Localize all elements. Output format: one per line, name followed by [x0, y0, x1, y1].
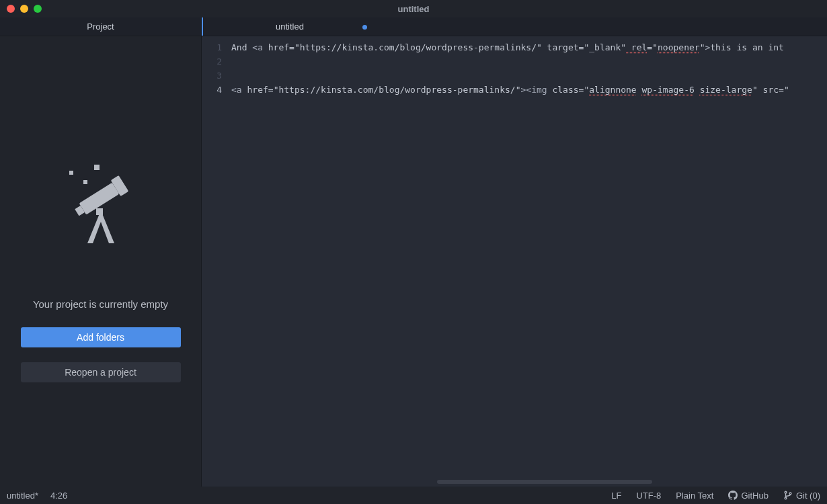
status-encoding[interactable]: UTF-8 [636, 491, 661, 501]
status-file[interactable]: untitled* [7, 491, 38, 501]
status-grammar[interactable]: Plain Text [676, 491, 713, 501]
status-line-ending[interactable]: LF [611, 491, 621, 501]
status-cursor[interactable]: 4:26 [50, 491, 67, 501]
code-area[interactable]: And <a href="https://kinsta.com/blog/wor… [229, 36, 827, 487]
text-editor[interactable]: 1 2 3 4 And <a href="https://kinsta.com/… [202, 36, 827, 487]
modified-indicator-icon [362, 25, 367, 30]
svg-rect-1 [94, 165, 100, 170]
line-number: 1 [202, 40, 222, 54]
line-number: 2 [202, 54, 222, 69]
empty-project-message: Your project is currently empty [33, 298, 168, 310]
tab-row: Project untitled [0, 17, 827, 36]
svg-marker-7 [87, 214, 114, 243]
title-bar: untitled [0, 0, 827, 17]
svg-rect-0 [69, 171, 73, 175]
reopen-project-button[interactable]: Reopen a project [21, 362, 181, 382]
github-icon [728, 491, 738, 500]
status-git[interactable]: Git (0) [783, 491, 820, 501]
telescope-icon [67, 157, 134, 245]
tab-label: untitled [276, 22, 304, 32]
add-folders-button[interactable]: Add folders [21, 327, 181, 347]
project-sidebar: Your project is currently empty Add fold… [0, 36, 202, 487]
svg-rect-2 [83, 180, 87, 184]
window-title: untitled [0, 4, 827, 14]
tab-project[interactable]: Project [0, 17, 202, 36]
line-number: 3 [202, 69, 222, 83]
svg-point-9 [785, 497, 787, 499]
line-number: 4 [202, 83, 222, 97]
status-bar: untitled* 4:26 LF UTF-8 Plain Text GitHu… [0, 487, 827, 504]
svg-point-10 [789, 493, 791, 495]
gutter: 1 2 3 4 [202, 36, 229, 487]
svg-point-8 [785, 491, 787, 493]
status-github[interactable]: GitHub [728, 491, 768, 501]
horizontal-scrollbar[interactable] [437, 480, 652, 484]
git-branch-icon [783, 491, 793, 500]
tab-untitled[interactable]: untitled [202, 17, 377, 36]
